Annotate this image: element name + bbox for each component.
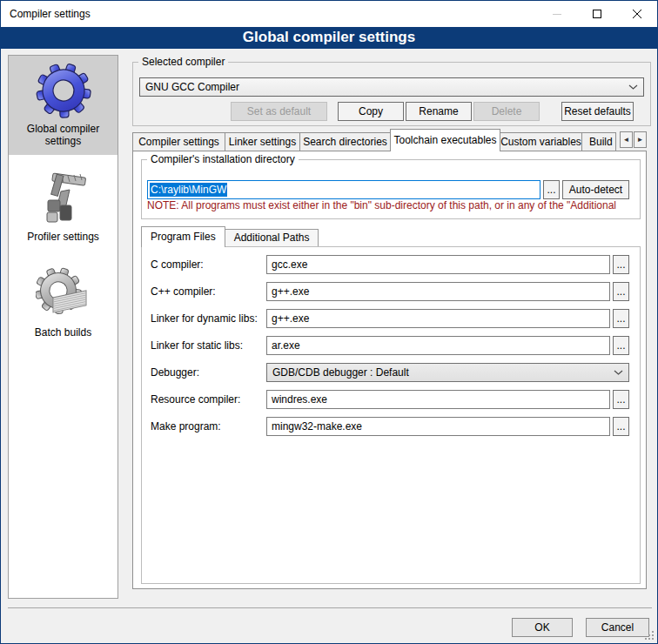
selected-compiler-group: Selected compiler GNU GCC Compiler Set a… bbox=[132, 62, 651, 126]
tab-linker-settings[interactable]: Linker settings bbox=[225, 132, 300, 151]
program-files-panel: C compiler: gcc.exe ... C++ compiler: g+… bbox=[141, 246, 641, 584]
maximize-icon bbox=[593, 10, 601, 18]
minimize-icon bbox=[553, 10, 561, 18]
installation-directory-input[interactable]: C:\raylib\MinGW bbox=[147, 180, 540, 199]
sidebar-item-label: Global compiler settings bbox=[10, 123, 116, 147]
tab-scroll-left-icon: ◄ bbox=[623, 136, 630, 144]
resource-compiler-input[interactable]: windres.exe bbox=[266, 390, 610, 409]
sidebar-item-label: Profiler settings bbox=[27, 231, 99, 243]
close-icon bbox=[633, 10, 641, 18]
debugger-select[interactable]: GDB/CDB debugger : Default bbox=[266, 363, 629, 382]
debugger-label: Debugger: bbox=[151, 366, 266, 379]
make-program-row: Make program: mingw32-make.exe ... bbox=[151, 417, 629, 436]
resource-compiler-browse-button[interactable]: ... bbox=[613, 390, 629, 409]
resource-compiler-value: windres.exe bbox=[272, 393, 327, 406]
subtab-program-files[interactable]: Program Files bbox=[141, 226, 225, 247]
resource-compiler-row: Resource compiler: windres.exe ... bbox=[151, 390, 629, 409]
tab-build-options[interactable]: Build options bbox=[581, 132, 616, 151]
tab-search-directories[interactable]: Search directories bbox=[299, 132, 391, 151]
rename-button[interactable]: Rename bbox=[406, 102, 472, 121]
sidebar-item-label: Batch builds bbox=[35, 326, 91, 339]
tab-toolchain-executables[interactable]: Toolchain executables bbox=[390, 129, 500, 151]
compiler-select[interactable]: GNU GCC Compiler bbox=[139, 77, 644, 97]
static-linker-label: Linker for static libs: bbox=[151, 339, 266, 352]
reset-defaults-button[interactable]: Reset defaults bbox=[561, 102, 634, 121]
delete-button: Delete bbox=[473, 102, 540, 121]
tab-scroll-right-icon: ► bbox=[637, 136, 644, 144]
cpp-compiler-value: g++.exe bbox=[272, 285, 309, 298]
toolchain-executables-panel: Compiler's installation directory C:\ray… bbox=[132, 151, 647, 589]
settings-category-list: Global compiler settings Profiler settin… bbox=[8, 55, 118, 599]
dynamic-linker-label: Linker for dynamic libs: bbox=[151, 312, 266, 325]
ok-button[interactable]: OK bbox=[512, 618, 573, 637]
installation-directory-row: C:\raylib\MinGW ... Auto-detect bbox=[147, 180, 629, 199]
static-linker-input[interactable]: ar.exe bbox=[266, 336, 610, 355]
installation-directory-value: C:\raylib\MinGW bbox=[150, 183, 227, 197]
sidebar-item-batch-builds[interactable]: Batch builds bbox=[9, 259, 118, 346]
compiler-settings-dialog: Compiler settings Global compiler settin… bbox=[0, 0, 658, 644]
static-linker-value: ar.exe bbox=[272, 339, 300, 352]
caliper-icon bbox=[36, 171, 91, 226]
sidebar-item-global-compiler-settings[interactable]: Global compiler settings bbox=[9, 56, 118, 155]
dynamic-linker-browse-button[interactable]: ... bbox=[613, 309, 629, 328]
tab-scroll-right-button[interactable]: ► bbox=[634, 131, 647, 148]
footer-divider bbox=[8, 607, 652, 608]
static-linker-browse-button[interactable]: ... bbox=[613, 336, 629, 355]
c-compiler-input[interactable]: gcc.exe bbox=[266, 255, 610, 274]
toolchain-subtabs: Program Files Additional Paths bbox=[141, 226, 318, 246]
make-program-input[interactable]: mingw32-make.exe bbox=[266, 417, 610, 436]
subtab-additional-paths[interactable]: Additional Paths bbox=[225, 229, 319, 246]
resize-grip[interactable] bbox=[644, 630, 655, 641]
selected-compiler-group-label: Selected compiler bbox=[138, 56, 228, 68]
blue-gear-icon bbox=[36, 63, 91, 118]
c-compiler-row: C compiler: gcc.exe ... bbox=[151, 255, 629, 274]
cancel-button[interactable]: Cancel bbox=[586, 618, 649, 637]
gray-gear-papers-icon bbox=[36, 266, 91, 322]
installation-directory-group-label: Compiler's installation directory bbox=[147, 153, 299, 165]
sidebar-item-profiler-settings[interactable]: Profiler settings bbox=[9, 164, 118, 251]
cpp-compiler-label: C++ compiler: bbox=[151, 285, 266, 298]
titlebar: Compiler settings bbox=[1, 1, 657, 27]
make-program-value: mingw32-make.exe bbox=[272, 420, 362, 433]
tab-compiler-settings[interactable]: Compiler settings bbox=[132, 132, 225, 151]
dynamic-linker-input[interactable]: g++.exe bbox=[266, 309, 610, 328]
tab-scroll-controls: ◄ ► bbox=[620, 131, 647, 148]
close-button[interactable] bbox=[617, 1, 657, 27]
c-compiler-browse-button[interactable]: ... bbox=[613, 255, 629, 274]
compiler-actions: Set as default Copy Rename Delete Reset … bbox=[139, 102, 634, 121]
installation-directory-browse-button[interactable]: ... bbox=[543, 180, 560, 199]
debugger-row: Debugger: GDB/CDB debugger : Default bbox=[151, 363, 629, 382]
maximize-button[interactable] bbox=[577, 1, 617, 27]
static-linker-row: Linker for static libs: ar.exe ... bbox=[151, 336, 629, 355]
debugger-select-value: GDB/CDB debugger : Default bbox=[272, 366, 614, 379]
dynamic-linker-row: Linker for dynamic libs: g++.exe ... bbox=[151, 309, 629, 328]
tab-scroll-left-button[interactable]: ◄ bbox=[620, 131, 633, 148]
auto-detect-button[interactable]: Auto-detect bbox=[562, 180, 629, 199]
c-compiler-value: gcc.exe bbox=[272, 258, 307, 271]
make-program-browse-button[interactable]: ... bbox=[613, 417, 629, 436]
cpp-compiler-browse-button[interactable]: ... bbox=[613, 282, 629, 301]
installation-directory-group: Compiler's installation directory C:\ray… bbox=[141, 159, 641, 219]
resource-compiler-label: Resource compiler: bbox=[151, 393, 266, 406]
copy-button[interactable]: Copy bbox=[338, 102, 404, 121]
cpp-compiler-row: C++ compiler: g++.exe ... bbox=[151, 282, 629, 301]
make-program-label: Make program: bbox=[151, 420, 266, 433]
cpp-compiler-input[interactable]: g++.exe bbox=[266, 282, 610, 301]
tab-custom-variables[interactable]: Custom variables bbox=[500, 132, 582, 151]
compiler-select-value: GNU GCC Compiler bbox=[145, 81, 628, 93]
chevron-down-icon bbox=[614, 370, 623, 375]
bin-subdirectory-note: NOTE: All programs must exist either in … bbox=[147, 199, 638, 211]
set-as-default-button: Set as default bbox=[231, 102, 327, 121]
dynamic-linker-value: g++.exe bbox=[272, 312, 309, 325]
dialog-banner: Global compiler settings bbox=[1, 27, 657, 49]
minimize-button[interactable] bbox=[537, 1, 577, 27]
window-controls bbox=[537, 1, 657, 27]
c-compiler-label: C compiler: bbox=[151, 258, 266, 271]
settings-tabs: Compiler settings Linker settings Search… bbox=[132, 129, 647, 151]
chevron-down-icon bbox=[628, 84, 638, 90]
window-title: Compiler settings bbox=[10, 8, 91, 20]
